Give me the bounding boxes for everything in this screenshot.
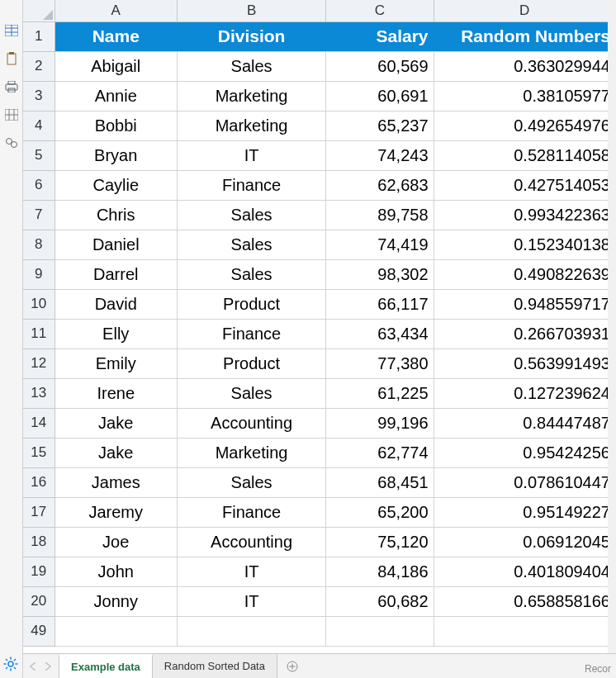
- cell-random[interactable]: 0.427514053: [434, 170, 615, 200]
- col-header-A[interactable]: A: [54, 0, 177, 21]
- row-header[interactable]: 2: [23, 51, 54, 81]
- cell-name[interactable]: Darrel: [54, 259, 177, 289]
- row-header[interactable]: 14: [23, 408, 54, 438]
- cell-division[interactable]: IT: [177, 586, 325, 616]
- cell-salary[interactable]: 62,774: [326, 438, 434, 467]
- cell-salary[interactable]: 65,200: [326, 497, 434, 527]
- col-header-D[interactable]: D: [434, 0, 615, 21]
- select-all-corner[interactable]: [23, 0, 54, 21]
- settings-gear-icon[interactable]: [3, 657, 20, 673]
- cell-random[interactable]: 0.95424256: [434, 438, 615, 467]
- cell-name[interactable]: Elly: [54, 319, 177, 348]
- cell-name[interactable]: Daniel: [54, 230, 177, 259]
- row-header[interactable]: 17: [23, 497, 54, 527]
- tab-nav-next-icon[interactable]: [45, 661, 53, 672]
- cell-name[interactable]: Jonny: [54, 586, 177, 616]
- add-sheet-button[interactable]: [277, 654, 307, 678]
- header-cell-salary[interactable]: Salary: [326, 21, 434, 51]
- cell-salary[interactable]: 68,451: [326, 467, 434, 497]
- cell-salary[interactable]: 84,186: [326, 557, 434, 586]
- cell-division[interactable]: Finance: [177, 170, 325, 200]
- cell-division[interactable]: Product: [177, 289, 325, 319]
- cell-empty[interactable]: [54, 616, 177, 646]
- sheet-tab[interactable]: Random Sorted Data: [152, 654, 277, 678]
- row-header[interactable]: 18: [23, 527, 54, 557]
- cell-salary[interactable]: 62,683: [326, 170, 434, 200]
- sheet-tab-active[interactable]: Example data: [59, 654, 153, 678]
- cell-salary[interactable]: 66,117: [326, 289, 434, 319]
- row-header[interactable]: 1: [23, 21, 54, 51]
- cell-name[interactable]: Abigail: [54, 51, 177, 81]
- cell-random[interactable]: 0.528114058: [434, 140, 615, 170]
- cell-random[interactable]: 0.152340138: [434, 230, 615, 259]
- cell-random[interactable]: 0.948559717: [434, 289, 615, 319]
- cell-division[interactable]: Accounting: [177, 408, 325, 438]
- tool-table-icon[interactable]: [4, 23, 19, 38]
- cell-name[interactable]: Emily: [54, 348, 177, 378]
- header-cell-random[interactable]: Random Numbers: [434, 21, 615, 51]
- cell-empty[interactable]: [434, 616, 615, 646]
- cell-random[interactable]: 0.492654976: [434, 111, 615, 140]
- cell-name[interactable]: Caylie: [54, 170, 177, 200]
- cell-division[interactable]: Sales: [177, 467, 325, 497]
- row-header[interactable]: 5: [23, 140, 54, 170]
- cell-salary[interactable]: 60,691: [326, 81, 434, 111]
- cell-division[interactable]: Product: [177, 348, 325, 378]
- cell-salary[interactable]: 60,682: [326, 586, 434, 616]
- cell-division[interactable]: Finance: [177, 497, 325, 527]
- cell-empty[interactable]: [326, 616, 434, 646]
- row-header[interactable]: 16: [23, 467, 54, 497]
- tool-paste-icon[interactable]: [4, 51, 19, 66]
- cell-name[interactable]: Irene: [54, 378, 177, 408]
- cell-random[interactable]: 0.127239624: [434, 378, 615, 408]
- cell-division[interactable]: Sales: [177, 259, 325, 289]
- tab-nav-prev-icon[interactable]: [30, 661, 38, 672]
- header-cell-division[interactable]: Division: [177, 21, 325, 51]
- cell-division[interactable]: Finance: [177, 319, 325, 348]
- cell-random[interactable]: 0.95149227: [434, 497, 615, 527]
- cell-salary[interactable]: 98,302: [326, 259, 434, 289]
- cell-name[interactable]: Joe: [54, 527, 177, 557]
- cell-division[interactable]: Marketing: [177, 438, 325, 467]
- cell-random[interactable]: 0.363029944: [434, 51, 615, 81]
- cell-salary[interactable]: 75,120: [326, 527, 434, 557]
- cell-random[interactable]: 0.06912045: [434, 527, 615, 557]
- cell-salary[interactable]: 61,225: [326, 378, 434, 408]
- cell-empty[interactable]: [177, 616, 325, 646]
- tool-print-icon[interactable]: [4, 79, 19, 94]
- cell-salary[interactable]: 74,419: [326, 230, 434, 259]
- cell-random[interactable]: 0.658858166: [434, 586, 615, 616]
- header-cell-name[interactable]: Name: [54, 21, 177, 51]
- cell-name[interactable]: Bobbi: [54, 111, 177, 140]
- cell-division[interactable]: Sales: [177, 51, 325, 81]
- row-header[interactable]: 19: [23, 557, 54, 586]
- row-header[interactable]: 8: [23, 230, 54, 259]
- row-header[interactable]: 9: [23, 259, 54, 289]
- row-header[interactable]: 12: [23, 348, 54, 378]
- cell-division[interactable]: Sales: [177, 200, 325, 230]
- row-header[interactable]: 3: [23, 81, 54, 111]
- cell-random[interactable]: 0.266703931: [434, 319, 615, 348]
- row-header[interactable]: 7: [23, 200, 54, 230]
- cell-random[interactable]: 0.38105977: [434, 81, 615, 111]
- row-header[interactable]: 13: [23, 378, 54, 408]
- cell-random[interactable]: 0.993422363: [434, 200, 615, 230]
- cell-name[interactable]: John: [54, 557, 177, 586]
- cell-salary[interactable]: 65,237: [326, 111, 434, 140]
- cell-random[interactable]: 0.401809404: [434, 557, 615, 586]
- cell-random[interactable]: 0.490822639: [434, 259, 615, 289]
- cell-division[interactable]: IT: [177, 140, 325, 170]
- row-header[interactable]: 11: [23, 319, 54, 348]
- row-header[interactable]: 10: [23, 289, 54, 319]
- cell-salary[interactable]: 89,758: [326, 200, 434, 230]
- cell-salary[interactable]: 63,434: [326, 319, 434, 348]
- row-header[interactable]: 4: [23, 111, 54, 140]
- col-header-B[interactable]: B: [177, 0, 325, 21]
- cell-name[interactable]: Annie: [54, 81, 177, 111]
- cell-random[interactable]: 0.078610447: [434, 467, 615, 497]
- row-header[interactable]: 15: [23, 438, 54, 467]
- cell-name[interactable]: Jake: [54, 438, 177, 467]
- cell-name[interactable]: Jake: [54, 408, 177, 438]
- row-header[interactable]: 20: [23, 586, 54, 616]
- col-header-C[interactable]: C: [326, 0, 434, 21]
